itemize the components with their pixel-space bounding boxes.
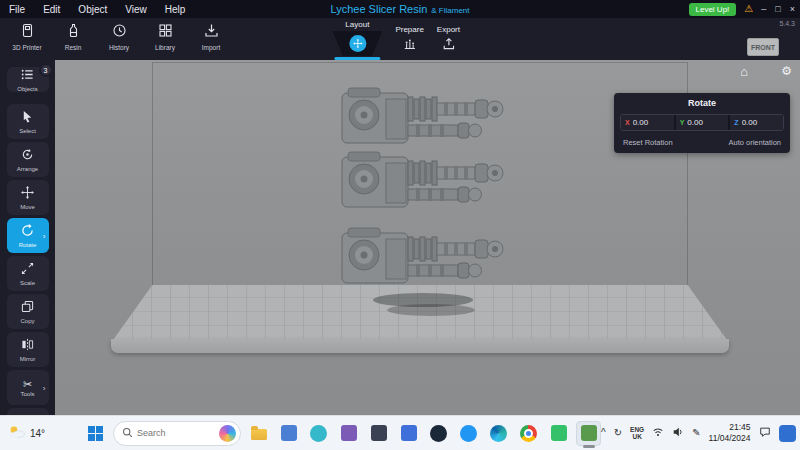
tab-label: Layout <box>345 20 369 29</box>
tool-rotate-button[interactable]: Rotate › <box>7 218 49 253</box>
tool-label: Mirror <box>20 356 36 362</box>
clock-time: 21:45 <box>729 422 750 433</box>
menu-help[interactable]: Help <box>156 4 195 15</box>
move-arrows-icon <box>21 185 34 203</box>
taskbar-lychee-slicer-icon[interactable] <box>576 421 601 446</box>
tool-tools-button[interactable]: ✂ Tools › <box>7 370 49 405</box>
rotate-x-field: X <box>621 115 674 130</box>
tool-scale-button[interactable]: Scale <box>7 256 49 291</box>
layout-tab-badge <box>332 31 382 56</box>
menu-view[interactable]: View <box>116 4 156 15</box>
objects-panel-button[interactable]: Objects 3 <box>7 67 49 92</box>
tool-mirror-button[interactable]: Mirror <box>7 332 49 367</box>
axis-z-label: Z <box>734 119 738 126</box>
objects-label: Objects <box>17 86 37 92</box>
language-region: UK <box>632 433 641 440</box>
taskbar-mail-icon[interactable] <box>396 421 421 446</box>
toolbar-library-button[interactable]: Library <box>146 23 184 51</box>
maximize-button[interactable]: □ <box>775 4 780 14</box>
clock-date: 11/04/2024 <box>709 433 751 444</box>
printer-icon <box>20 23 35 42</box>
level-up-button[interactable]: Level Up! <box>689 3 737 16</box>
3d-viewport[interactable]: ⌂ ⚙ Rotate X Y Z Reset Rotation <box>55 60 800 415</box>
version-label: 5.4.3 <box>779 20 795 27</box>
taskbar-app-icon-dark[interactable] <box>366 421 391 446</box>
model-turret-1[interactable] <box>342 88 503 143</box>
taskbar-app-icon-blue[interactable] <box>276 421 301 446</box>
toolbar-resin-button[interactable]: Resin <box>54 23 92 51</box>
close-button[interactable]: × <box>790 4 795 14</box>
rotate-y-input[interactable] <box>687 118 724 127</box>
toolbar-history-button[interactable]: History <box>100 23 138 51</box>
wifi-icon[interactable] <box>652 424 664 442</box>
tab-layout[interactable]: Layout <box>332 18 382 60</box>
rotate-x-input[interactable] <box>633 118 670 127</box>
taskbar-app-icon-purple[interactable] <box>336 421 361 446</box>
tray-app-icon-blue[interactable] <box>779 425 796 442</box>
view-cube-front[interactable]: FRONT <box>747 38 779 56</box>
taskbar-steam-icon[interactable] <box>426 421 451 446</box>
taskbar-search[interactable] <box>113 421 241 446</box>
weather-widget[interactable]: 14° <box>8 425 64 441</box>
home-view-icon[interactable]: ⌂ <box>740 65 748 78</box>
rotate-z-field: Z <box>730 115 783 130</box>
axis-x-label: X <box>625 119 630 126</box>
viewport-settings-icon[interactable]: ⚙ <box>781 65 792 77</box>
windows-taskbar: 14° ^ ↻ <box>0 415 800 450</box>
objects-count-badge: 3 <box>39 63 53 77</box>
toolbar-3d-printer-button[interactable]: 3D Printer <box>8 23 46 51</box>
toolbar-item-label: Library <box>155 44 175 51</box>
menu-object[interactable]: Object <box>69 4 116 15</box>
library-grid-icon <box>158 23 173 42</box>
rotate-z-input[interactable] <box>742 118 779 127</box>
toolbar-item-label: 3D Printer <box>12 44 41 51</box>
taskbar-edge-icon[interactable] <box>486 421 511 446</box>
tool-label: Move <box>20 204 35 210</box>
search-input[interactable] <box>137 428 215 438</box>
taskbar-chrome-icon[interactable] <box>516 421 541 446</box>
warning-icon[interactable]: ⚠ <box>744 4 753 14</box>
taskbar-app-icon-skyblue[interactable] <box>456 421 481 446</box>
tool-copy-button[interactable]: Copy <box>7 294 49 329</box>
taskbar-file-explorer-icon[interactable] <box>246 421 271 446</box>
start-button[interactable] <box>82 420 108 446</box>
app-title-main: Lychee Slicer Resin <box>330 3 427 15</box>
model-turret-2[interactable] <box>342 152 503 207</box>
objects-list-icon <box>21 67 34 85</box>
tab-label: Export <box>437 25 460 34</box>
menu-edit[interactable]: Edit <box>34 4 69 15</box>
tray-chevron-up-icon[interactable]: ^ <box>601 428 606 438</box>
search-highlights-icon[interactable] <box>219 425 236 442</box>
taskbar-app-icon-green[interactable] <box>546 421 571 446</box>
toolbar-item-label: Import <box>202 44 220 51</box>
notification-icon[interactable] <box>759 424 771 442</box>
taskbar-app-icon-teal[interactable] <box>306 421 331 446</box>
volume-icon[interactable] <box>672 424 684 442</box>
weather-temp: 14° <box>30 428 45 439</box>
tab-export[interactable]: Export <box>437 18 460 52</box>
tool-label: Arrange <box>17 166 38 172</box>
tray-sync-icon[interactable]: ↻ <box>614 428 622 438</box>
language-indicator[interactable]: ENG UK <box>630 426 644 441</box>
import-icon <box>204 23 219 42</box>
language-code: ENG <box>630 426 644 433</box>
minimize-button[interactable]: – <box>761 4 766 14</box>
tool-move-button[interactable]: Move <box>7 180 49 215</box>
model-turret-3[interactable] <box>342 228 503 283</box>
tool-label: Tools <box>20 391 34 397</box>
tool-label: Rotate <box>19 242 37 248</box>
toolbar-item-label: History <box>109 44 129 51</box>
tool-select-button[interactable]: Select <box>7 104 49 139</box>
pen-icon[interactable]: ✎ <box>692 428 700 438</box>
menu-file[interactable]: File <box>0 4 34 15</box>
toolbar-import-button[interactable]: Import <box>192 23 230 51</box>
tool-arrange-button[interactable]: Arrange <box>7 142 49 177</box>
tool-measure-button[interactable]: ↔ Measure <box>7 408 49 415</box>
weather-icon <box>8 425 26 441</box>
app-window: File Edit Object View Help Lychee Slicer… <box>0 0 800 450</box>
tab-prepare[interactable]: Prepare <box>395 18 423 52</box>
auto-orientation-button[interactable]: Auto orientation <box>728 138 781 147</box>
reset-rotation-button[interactable]: Reset Rotation <box>623 138 673 147</box>
clock-widget[interactable]: 21:45 11/04/2024 <box>709 422 751 443</box>
resin-bottle-icon <box>66 23 81 42</box>
